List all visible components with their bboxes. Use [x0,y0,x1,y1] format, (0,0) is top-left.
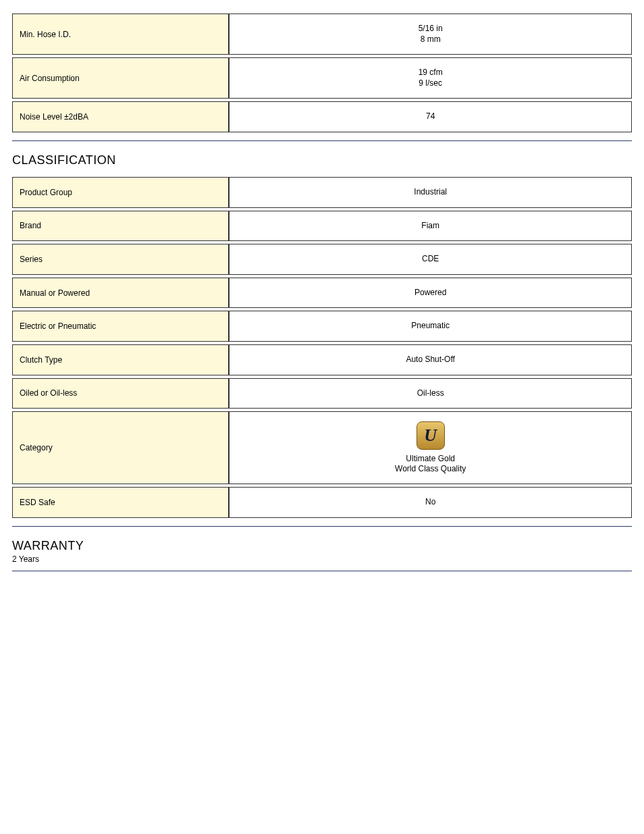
classification-heading: CLASSIFICATION [12,153,632,167]
table-row: Electric or Pneumatic Pneumatic [12,311,632,342]
spec-value: Fiam [229,211,632,242]
table-row: Air Consumption 19 cfm9 l/sec [12,57,632,99]
spec-value: Auto Shut-Off [229,344,632,375]
table-row: Noise Level ±2dBA 74 [12,101,632,132]
table-row: ESD Safe No [12,487,632,518]
spec-label: Min. Hose I.D. [12,14,229,55]
spec-value: Pneumatic [229,311,632,342]
spec-label: ESD Safe [12,487,229,518]
warranty-heading: WARRANTY [12,539,632,553]
category-caption: Ultimate Gold World Class Quality [236,454,624,474]
spec-value: 74 [229,101,632,132]
spec-table-top: Min. Hose I.D. 5/16 in8 mm Air Consumpti… [12,11,632,135]
category-caption-line1: Ultimate Gold [406,454,455,463]
spec-label: Brand [12,211,229,242]
spec-value: 5/16 in8 mm [229,14,632,55]
warranty-value: 2 Years [12,554,632,564]
section-divider [12,526,632,527]
table-row: Brand Fiam [12,211,632,242]
spec-label: Manual or Powered [12,278,229,309]
spec-value-category: U Ultimate Gold World Class Quality [229,411,632,484]
table-row: Manual or Powered Powered [12,278,632,309]
spec-label: Noise Level ±2dBA [12,101,229,132]
section-divider [12,571,632,571]
table-row: Oiled or Oil-less Oil-less [12,378,632,409]
spec-label: Product Group [12,177,229,208]
spec-value: Industrial [229,177,632,208]
spec-label: Electric or Pneumatic [12,311,229,342]
table-row-category: Category U Ultimate Gold World Class Qua… [12,411,632,484]
spec-value: Powered [229,278,632,309]
spec-label: Category [12,411,229,484]
spec-label: Oiled or Oil-less [12,378,229,409]
spec-value: No [229,487,632,518]
table-row: Clutch Type Auto Shut-Off [12,344,632,375]
table-row: Series CDE [12,244,632,275]
spec-label: Air Consumption [12,57,229,99]
spec-value: 19 cfm9 l/sec [229,57,632,99]
category-caption-line2: World Class Quality [395,464,466,473]
table-row: Min. Hose I.D. 5/16 in8 mm [12,14,632,55]
section-divider [12,140,632,141]
spec-value: CDE [229,244,632,275]
spec-value: Oil-less [229,378,632,409]
classification-table: Product Group Industrial Brand Fiam Seri… [12,174,632,521]
ultimate-gold-badge-icon: U [417,421,445,450]
spec-label: Series [12,244,229,275]
table-row: Product Group Industrial [12,177,632,208]
spec-label: Clutch Type [12,344,229,375]
